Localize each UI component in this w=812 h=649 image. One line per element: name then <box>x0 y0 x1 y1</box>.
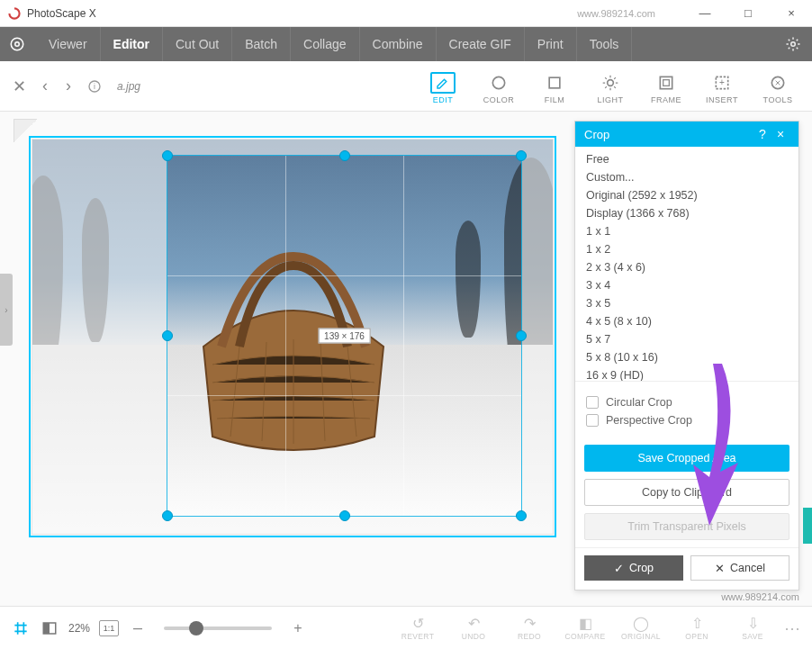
svg-point-7 <box>608 79 614 86</box>
tool-film[interactable]: FILM <box>529 68 580 104</box>
crop-panel: Crop ? × Free Custom... Original (2592 x… <box>574 121 799 590</box>
tab-creategif[interactable]: Create GIF <box>437 27 525 61</box>
tool-frame[interactable]: FRAME <box>641 68 691 104</box>
home-icon[interactable] <box>5 32 29 56</box>
zoom-in-icon[interactable]: + <box>288 618 308 638</box>
crop-handle-n[interactable] <box>339 150 350 161</box>
svg-point-0 <box>11 38 23 50</box>
ratio-3x5[interactable]: 3 x 5 <box>575 294 798 312</box>
zoom-out-icon[interactable]: – <box>128 618 148 638</box>
tool-insert[interactable]: + INSERT <box>697 68 747 104</box>
crop-handle-ne[interactable] <box>516 150 527 161</box>
tab-combine[interactable]: Combine <box>360 27 437 61</box>
crop-cancel-button[interactable]: ✕ Cancel <box>690 555 789 581</box>
ratio-5x7[interactable]: 5 x 7 <box>575 330 798 348</box>
filename-label: a.jpg <box>117 80 140 93</box>
ratio-4x5[interactable]: 4 x 5 (8 x 10) <box>575 312 798 330</box>
compare-icon: ◧ <box>579 615 592 631</box>
copy-to-clipboard-button[interactable]: Copy to Clipboard <box>584 479 789 506</box>
ratio-2x3[interactable]: 2 x 3 (4 x 6) <box>575 258 798 276</box>
tab-tools[interactable]: Tools <box>577 27 633 61</box>
frame-icon <box>654 72 679 94</box>
checkbox-icon <box>586 414 599 427</box>
right-edge-handle[interactable] <box>803 508 812 544</box>
save-icon: ⇩ <box>747 615 759 631</box>
prev-file-icon[interactable]: ‹ <box>38 77 52 96</box>
crop-confirm-button[interactable]: ✓ Crop <box>584 555 683 581</box>
ratio-1x1[interactable]: 1 x 1 <box>575 222 798 240</box>
more-icon[interactable]: ⋯ <box>783 615 801 641</box>
zoom-slider[interactable] <box>164 626 272 630</box>
window-maximize-button[interactable]: □ <box>735 4 762 23</box>
crop-handle-e[interactable] <box>516 330 527 341</box>
save-button[interactable]: ⇩SAVE <box>727 615 778 641</box>
basket-illustration <box>167 239 420 464</box>
tool-tools[interactable]: TOOLS <box>753 68 803 104</box>
original-button[interactable]: ◯ORIGINAL <box>616 615 666 641</box>
window-close-button[interactable]: × <box>778 4 805 23</box>
canvas-area[interactable]: 139 × 176 <box>18 112 567 598</box>
trim-transparent-pixels-button: Trim Transparent Pixels <box>584 513 789 540</box>
tab-batch[interactable]: Batch <box>232 27 291 61</box>
tab-print[interactable]: Print <box>525 27 577 61</box>
tab-collage[interactable]: Collage <box>291 27 359 61</box>
ratio-free[interactable]: Free <box>575 150 798 168</box>
close-panel-icon[interactable]: × <box>771 127 789 141</box>
compare-button[interactable]: ◧COMPARE <box>560 615 610 641</box>
svg-text:+: + <box>719 77 725 87</box>
fit-1-1-button[interactable]: 1:1 <box>99 620 119 636</box>
photo-canvas[interactable] <box>32 139 554 535</box>
tab-viewer[interactable]: Viewer <box>36 27 101 61</box>
tool-light[interactable]: LIGHT <box>585 68 636 104</box>
app-icon <box>7 6 22 21</box>
svg-rect-14 <box>43 623 50 634</box>
settings-gear-icon[interactable] <box>780 36 807 52</box>
info-icon[interactable]: i <box>85 77 104 96</box>
next-file-icon[interactable]: › <box>61 77 76 96</box>
ratio-16x9[interactable]: 16 x 9 (HD) <box>575 366 798 381</box>
crop-handle-w[interactable] <box>162 330 173 341</box>
ratio-custom[interactable]: Custom... <box>575 168 798 186</box>
tab-editor[interactable]: Editor <box>101 27 163 61</box>
svg-point-1 <box>15 42 20 47</box>
redo-button[interactable]: ↷REDO <box>504 615 555 641</box>
crop-tool-icon[interactable] <box>11 618 31 638</box>
crop-handle-sw[interactable] <box>162 510 173 521</box>
crop-handle-s[interactable] <box>339 510 350 521</box>
crop-panel-title: Crop <box>584 128 609 141</box>
compare-split-icon[interactable] <box>40 618 59 638</box>
insert-icon: + <box>709 72 735 94</box>
zoom-percent[interactable]: 22% <box>68 622 90 635</box>
open-button[interactable]: ⇧OPEN <box>672 615 722 641</box>
window-minimize-button[interactable]: — <box>691 4 718 23</box>
film-icon <box>542 72 567 94</box>
tool-color[interactable]: COLOR <box>474 68 524 104</box>
crop-handle-se[interactable] <box>516 510 527 521</box>
close-file-icon[interactable]: ✕ <box>9 77 29 96</box>
ratio-display[interactable]: Display (1366 x 768) <box>575 204 798 222</box>
crop-handle-nw[interactable] <box>162 150 173 161</box>
ratio-original[interactable]: Original (2592 x 1952) <box>575 186 798 204</box>
side-panel-handle[interactable]: › <box>0 274 13 346</box>
close-icon: ✕ <box>715 562 725 575</box>
revert-button[interactable]: ↺REVERT <box>392 615 443 641</box>
ratio-list[interactable]: Free Custom... Original (2592 x 1952) Di… <box>575 147 798 381</box>
sub-toolbar: ✕ ‹ › i a.jpg EDIT COLOR FILM LIGHT FRAM… <box>0 61 812 112</box>
tools-icon <box>765 72 790 94</box>
perspective-crop-checkbox[interactable]: Perspective Crop <box>586 414 788 427</box>
circular-crop-checkbox[interactable]: Circular Crop <box>586 396 788 409</box>
zoom-slider-knob[interactable] <box>189 621 203 635</box>
help-icon[interactable]: ? <box>753 127 771 141</box>
watermark-top: www.989214.com <box>577 8 655 19</box>
workspace: › 13 <box>0 112 812 606</box>
tool-edit[interactable]: EDIT <box>418 68 468 104</box>
ratio-5x8[interactable]: 5 x 8 (10 x 16) <box>575 348 798 366</box>
save-cropped-area-button[interactable]: Save Cropped Area <box>584 445 789 472</box>
svg-point-2 <box>791 42 796 47</box>
tab-cutout[interactable]: Cut Out <box>163 27 232 61</box>
undo-button[interactable]: ↶UNDO <box>448 615 499 641</box>
main-tabs: Viewer Editor Cut Out Batch Collage Comb… <box>0 27 812 61</box>
svg-text:i: i <box>94 82 95 91</box>
ratio-1x2[interactable]: 1 x 2 <box>575 240 798 258</box>
ratio-3x4[interactable]: 3 x 4 <box>575 276 798 294</box>
